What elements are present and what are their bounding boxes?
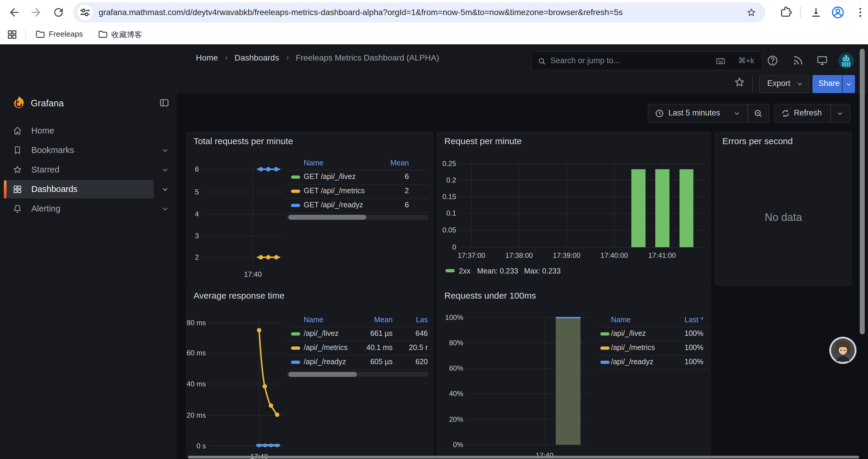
horizontal-scrollbar[interactable] xyxy=(188,456,859,458)
legend-col-last[interactable]: Las xyxy=(416,316,428,324)
rss-icon[interactable] xyxy=(792,54,804,67)
bookmark-item[interactable]: Freeleaps xyxy=(49,30,83,39)
series-name[interactable]: /api/_/metrics xyxy=(304,343,348,352)
table-row[interactable]: /api/_/metrics 100% xyxy=(597,341,708,356)
table-row[interactable]: /api/_/metrics 40.1 ms 20.5 r xyxy=(287,341,428,356)
series-mean: 2 xyxy=(405,186,409,195)
x-tick: 17:40:00 xyxy=(591,251,638,260)
search-icon xyxy=(537,57,546,66)
table-row[interactable]: GET /api/_/metrics 2 xyxy=(287,184,428,199)
legend-col-last[interactable]: Last * xyxy=(685,316,704,324)
breadcrumb-dashboards[interactable]: Dashboards xyxy=(235,53,279,63)
help-icon[interactable] xyxy=(766,54,779,67)
site-info-icon[interactable] xyxy=(78,5,93,20)
breadcrumb-chevron-icon xyxy=(223,54,230,61)
url-text[interactable]: grafana.mathmast.com/d/deytv4rwavabkb/fr… xyxy=(99,8,622,17)
share-button[interactable]: Share xyxy=(812,75,842,93)
sidebar-item-dashboards[interactable]: Dashboards xyxy=(0,179,177,199)
chevron-down-icon xyxy=(845,80,852,88)
legend-scrollbar[interactable] xyxy=(287,372,428,377)
panel-total-requests[interactable]: Total requests per minute 6 5 4 3 2 17:4… xyxy=(186,132,433,286)
search-input[interactable]: Search or jump to... ⌘+k xyxy=(531,52,762,71)
forward-icon[interactable] xyxy=(30,6,42,19)
download-icon[interactable] xyxy=(809,6,823,19)
sidebar-item-starred[interactable]: Starred xyxy=(0,160,177,179)
back-icon[interactable] xyxy=(8,6,21,19)
panel-errors-per-second[interactable]: Errors per second No data xyxy=(715,132,852,286)
legend-scrollbar-thumb[interactable] xyxy=(288,372,357,377)
series-name[interactable]: /api/_/livez xyxy=(304,329,339,338)
vertical-scrollbar[interactable] xyxy=(860,49,865,334)
refresh-label: Refresh xyxy=(794,108,822,118)
series-name[interactable]: /api/_/metrics xyxy=(611,343,655,352)
y-tick: 0.15 xyxy=(437,193,456,201)
refresh-button[interactable]: Refresh xyxy=(774,104,850,123)
star-icon[interactable] xyxy=(733,76,746,89)
series-name[interactable]: GET /api/_/livez xyxy=(304,172,356,181)
table-row[interactable]: GET /api/_/readyz 6 xyxy=(287,198,428,213)
table-row[interactable]: GET /api/_/livez 6 xyxy=(287,170,428,185)
legend-col-mean[interactable]: Mean xyxy=(374,316,393,324)
extensions-icon[interactable] xyxy=(780,6,793,19)
clock-icon xyxy=(655,109,664,118)
series-name[interactable]: GET /api/_/readyz xyxy=(304,201,363,209)
share-dropdown-button[interactable] xyxy=(842,75,855,93)
series-name[interactable]: /api/_/readyz xyxy=(304,357,346,366)
browser-toolbar: grafana.mathmast.com/d/deytv4rwavabkb/fr… xyxy=(0,0,868,25)
table-row[interactable]: /api/_/readyz 605 µs 620 xyxy=(287,355,428,370)
legend-col-name[interactable]: Name xyxy=(611,316,631,324)
series-last: 646 xyxy=(415,329,428,338)
bar xyxy=(631,169,646,247)
x-tick: 17:37:00 xyxy=(448,251,495,260)
user-avatar[interactable] xyxy=(838,53,855,69)
profile-icon[interactable] xyxy=(831,5,845,20)
panel-request-per-minute[interactable]: Request per minute 0.25 0.2 0.15 0.1 0.0… xyxy=(437,132,711,286)
bookmark-item[interactable]: 收藏博客 xyxy=(112,30,142,40)
bookmark-star-icon[interactable] xyxy=(746,7,757,18)
y-tick: 4 xyxy=(186,210,199,218)
folder-icon[interactable] xyxy=(35,29,45,40)
assistant-avatar[interactable] xyxy=(829,336,857,364)
legend-col-mean[interactable]: Mean xyxy=(390,159,409,167)
search-placeholder: Search or jump to... xyxy=(550,56,620,65)
series-name[interactable]: GET /api/_/metrics xyxy=(304,186,365,195)
legend-scrollbar[interactable] xyxy=(287,215,428,220)
series-name[interactable]: /api/_/livez xyxy=(611,329,646,338)
legend-scrollbar-thumb[interactable] xyxy=(288,215,366,220)
breadcrumb-home[interactable]: Home xyxy=(196,53,218,63)
chevron-down-icon[interactable] xyxy=(161,146,169,154)
chevron-down-icon[interactable] xyxy=(161,205,169,213)
panel-requests-under-100ms[interactable]: Requests under 100ms 100% 80% 60% 40% 20… xyxy=(437,286,711,459)
monitor-icon[interactable] xyxy=(816,54,829,67)
apps-grid-icon[interactable] xyxy=(6,29,18,40)
grafana-logo[interactable] xyxy=(11,95,27,110)
reload-icon[interactable] xyxy=(52,6,65,19)
refresh-icon xyxy=(781,109,790,118)
sidebar-item-bookmarks[interactable]: Bookmarks xyxy=(0,140,177,160)
folder-icon[interactable] xyxy=(97,29,108,40)
chevron-down-icon[interactable] xyxy=(161,186,169,193)
chevron-down-icon[interactable] xyxy=(161,166,169,174)
search-shortcut: ⌘+k xyxy=(738,56,754,65)
menu-kebab-icon[interactable] xyxy=(854,6,867,19)
legend-col-name[interactable]: Name xyxy=(304,159,323,167)
series-name[interactable]: 2xx xyxy=(459,267,470,275)
table-row[interactable]: /api/_/readyz 100% xyxy=(597,355,708,370)
dock-sidebar-icon[interactable] xyxy=(159,97,169,108)
series-color-pill xyxy=(291,347,300,350)
table-row[interactable]: /api/_/livez 661 µs 646 xyxy=(287,327,428,341)
grafana-brand[interactable]: Grafana xyxy=(31,98,64,109)
panel-title[interactable]: Errors per second xyxy=(722,136,793,146)
export-button[interactable]: Export xyxy=(759,75,809,93)
legend-col-name[interactable]: Name xyxy=(304,316,323,324)
series-name[interactable]: /api/_/readyz xyxy=(611,357,653,366)
sidebar-item-home[interactable]: Home xyxy=(0,121,177,140)
table-row[interactable]: /api/_/livez 100% xyxy=(597,327,708,341)
address-bar[interactable]: grafana.mathmast.com/d/deytv4rwavabkb/fr… xyxy=(73,2,765,23)
time-range-picker[interactable]: Last 5 minutes xyxy=(648,104,769,123)
y-tick: 0.2 xyxy=(437,176,456,184)
series-mean: 661 µs xyxy=(370,329,393,338)
sidebar-item-alerting[interactable]: Alerting xyxy=(0,199,177,219)
active-item-accent xyxy=(4,180,6,198)
panel-avg-response-time[interactable]: Average response time 80 ms 60 ms 40 ms … xyxy=(186,286,433,459)
